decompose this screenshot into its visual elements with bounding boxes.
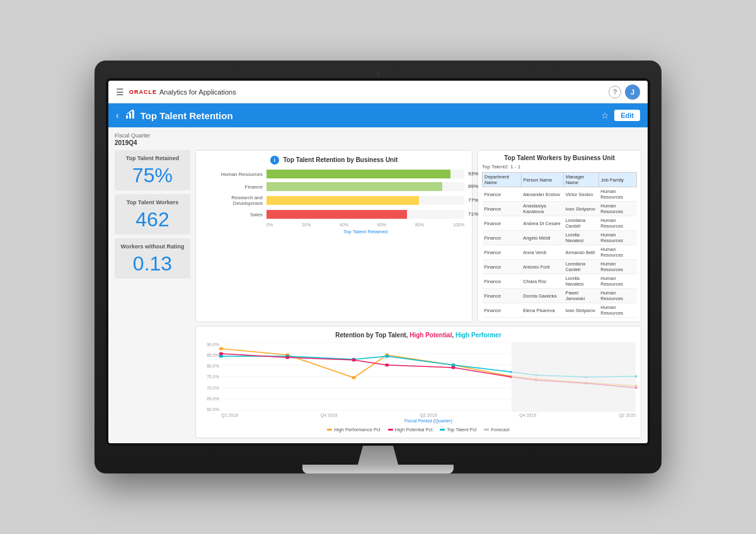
- star-button[interactable]: ☆: [601, 110, 609, 120]
- kpi-workers-value: 462: [120, 209, 185, 229]
- bar-row-rd: Research and Development 77%: [203, 195, 464, 206]
- y-axis: 90.0% 85.0% 80.0% 75.0% 70.0% 65.0% 60.0…: [201, 342, 221, 412]
- bar-row-sales: Sales 71%: [203, 210, 464, 219]
- col-person: Person Name: [521, 173, 563, 187]
- monitor-outer: ☰ ORACLE Analytics for Applications ? J …: [94, 61, 662, 473]
- monitor-neck: [106, 446, 650, 465]
- legend-high-potential: High Potential Pct: [388, 427, 433, 432]
- bar-row-hr: Human Resources 93%: [203, 170, 464, 178]
- bar-fill-rd: [266, 196, 419, 205]
- bar-label-rd: Research and Development: [203, 195, 266, 206]
- camera-dot: [376, 72, 380, 76]
- bar-label-sales: Sales: [203, 212, 266, 218]
- svg-rect-1: [129, 113, 131, 119]
- svg-point-23: [385, 364, 389, 367]
- content-area: Fiscal Quarter 2019Q4 Top Talent Retaine…: [108, 127, 648, 443]
- table-meta: Top Talent2: 1 - 1: [482, 164, 637, 170]
- table-row: FinanceDorota GawickaPawel JanowskiHuman…: [483, 289, 637, 303]
- legend-high-performance: High Performance Pct: [327, 427, 380, 432]
- bar-chart-title: i Top Talent Retention by Business Unit: [201, 156, 467, 165]
- bar-label-finance: Finance: [203, 184, 266, 190]
- bar-chart-content: Human Resources 93% Finance: [201, 170, 467, 235]
- col-job: Job Family: [598, 173, 636, 187]
- kpi-top-talent-retained: Top Talent Retained 75%: [115, 150, 190, 190]
- fiscal-quarter-label: Fiscal Quarter: [115, 132, 641, 139]
- page-icon: [125, 109, 135, 122]
- kpi-norating-value: 0.13: [120, 253, 185, 274]
- chart-main: [221, 342, 636, 412]
- monitor-stand-neck: [353, 446, 403, 465]
- col-dept: Department Name: [483, 173, 522, 187]
- svg-point-10: [219, 347, 224, 351]
- kpi-norating-title: Workers without Rating: [120, 243, 185, 250]
- svg-point-20: [219, 352, 224, 356]
- data-table: Department Name Person Name Manager Name…: [482, 172, 637, 318]
- oracle-logo: ORACLE: [129, 89, 157, 95]
- nav-subtitle: Analytics for Applications: [159, 88, 236, 96]
- charts-column: i Top Talent Retention by Business Unit …: [195, 150, 641, 438]
- info-icon[interactable]: i: [270, 156, 279, 165]
- table-row: FinanceAnna VerdiArmando BelliHuman Reso…: [483, 245, 637, 260]
- bar-fill-sales: [266, 210, 407, 219]
- hamburger-icon[interactable]: ☰: [116, 87, 124, 97]
- table-row: FinanceElena PisarevaIvan StolyarovHuman…: [483, 303, 637, 318]
- table-row: FinanceChiara RisiLorella NavalesiHuman …: [483, 274, 637, 289]
- fiscal-quarter-value: 2019Q4: [115, 139, 641, 146]
- back-button[interactable]: ‹: [116, 110, 119, 120]
- svg-point-24: [451, 366, 455, 369]
- table-panel-title: Top Talent Workers by Business Unit: [482, 154, 637, 161]
- screen: ☰ ORACLE Analytics for Applications ? J …: [108, 81, 648, 443]
- bar-row-finance: Finance 89%: [203, 182, 464, 191]
- bar-axis-label: Top Talent Retained: [203, 229, 464, 235]
- page-title: Top Talent Retention: [140, 110, 602, 121]
- line-chart-panel: Retention by Top Talent, High Potential,…: [195, 326, 641, 438]
- kpi-top-talent-workers: Top Talent Workers 462: [115, 194, 190, 235]
- legend-top-talent: Top Talent Pct: [440, 427, 476, 432]
- page-header: ‹ Top Talent Retention ☆ Edit: [108, 103, 648, 127]
- bar-fill-hr: [266, 170, 450, 178]
- kpi-column: Top Talent Retained 75% Top Talent Worke…: [115, 150, 190, 438]
- legend: High Performance Pct High Potential Pct …: [201, 427, 636, 432]
- svg-rect-2: [132, 110, 134, 119]
- table-panel: Top Talent Workers by Business Unit Top …: [478, 150, 641, 322]
- svg-point-12: [352, 376, 356, 380]
- table-row: FinanceAngelo MeldiLorella NavalesiHuman…: [483, 231, 637, 245]
- help-button[interactable]: ?: [609, 86, 621, 98]
- bar-axis: 0%20%40%60%80%100%: [203, 223, 464, 227]
- table-row: FinanceAntonio FortiLoredana CardeliHuma…: [483, 260, 637, 274]
- screen-bezel: ☰ ORACLE Analytics for Applications ? J …: [106, 78, 650, 446]
- monitor-stand-base: [302, 465, 454, 473]
- table-row: FinanceAlexander ErshovVictor SestovHuma…: [483, 187, 637, 202]
- svg-point-18: [385, 355, 389, 358]
- kpi-retained-value: 75%: [120, 165, 185, 185]
- legend-forecast: Forecast: [484, 427, 509, 432]
- line-chart-title: Retention by Top Talent, High Potential,…: [201, 332, 636, 339]
- x-axis-title: Fiscal Period (Quarter): [201, 418, 636, 424]
- edit-button[interactable]: Edit: [614, 110, 640, 121]
- top-nav: ☰ ORACLE Analytics for Applications ? J: [108, 81, 648, 103]
- user-avatar[interactable]: J: [625, 84, 640, 100]
- table-row: FinanceAndrea Di CesareLoredana CardeliH…: [483, 216, 637, 231]
- kpi-workers-no-rating: Workers without Rating 0.13: [115, 238, 190, 279]
- svg-point-22: [352, 359, 356, 362]
- bar-label-hr: Human Resources: [203, 171, 266, 177]
- col-manager: Manager Name: [563, 173, 598, 187]
- kpi-retained-title: Top Talent Retained: [120, 155, 185, 161]
- table-row: FinanceAnastasiya KazakovaIvan Stolyarov…: [483, 202, 637, 216]
- bar-chart-panel: i Top Talent Retention by Business Unit …: [195, 150, 472, 322]
- bar-fill-finance: [266, 182, 442, 191]
- svg-rect-0: [126, 115, 128, 119]
- kpi-workers-title: Top Talent Workers: [120, 199, 185, 206]
- svg-point-21: [285, 356, 290, 359]
- x-axis-labels: Q2 2018 Q4 2018 Q2 2019 Q4 2019 Q2 2020: [201, 413, 636, 417]
